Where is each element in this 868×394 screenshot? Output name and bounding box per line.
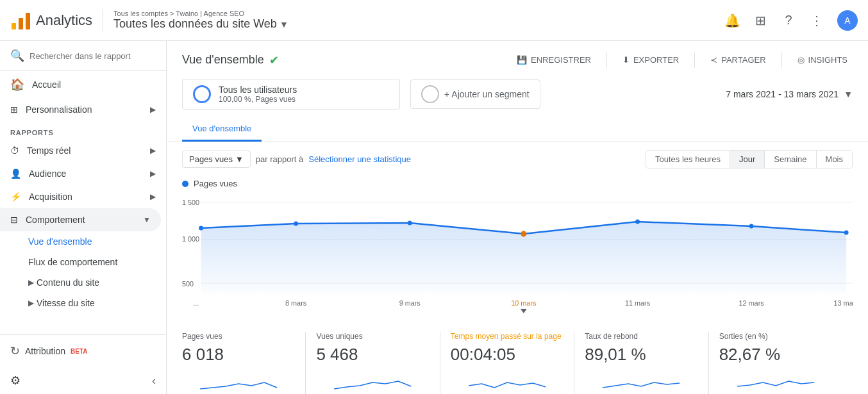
exporter-button[interactable]: ⬇ EXPORTER — [617, 51, 684, 69]
enregistrer-button[interactable]: 💾 ENREGISTRER — [512, 51, 596, 69]
tab-vue-ensemble[interactable]: Vue d'ensemble — [182, 117, 262, 142]
main-layout: 🔍 🏠 Accueil ⊞ Personnalisation ▶ RAPPORT… — [0, 41, 868, 394]
time-btn-jour[interactable]: Jour — [730, 151, 765, 168]
sidebar-item-vue-ensemble[interactable]: Vue d'ensemble — [0, 231, 166, 252]
sidebar-item-vitesse-site[interactable]: ▶ Vitesse du site — [0, 293, 166, 313]
metric-card-vues-uniques: Vues uniques 5 468 — [316, 332, 440, 394]
view-title-text: Vue d'ensemble — [182, 53, 264, 67]
site-title[interactable]: Toutes les données du site Web ▼ — [113, 17, 288, 31]
content-area: Vue d'ensemble ✔ 💾 ENREGISTRER ⬇ EXPORTE… — [167, 41, 868, 394]
add-segment-button[interactable]: + Ajouter un segment — [410, 79, 540, 109]
metric-dropdown-arrow: ▼ — [235, 154, 244, 164]
svg-rect-0 — [12, 23, 16, 29]
audience-icon: 👤 — [10, 168, 21, 179]
metric-sparkline-sorties — [719, 370, 832, 394]
time-btn-toutes-heures[interactable]: Toutes les heures — [646, 151, 730, 168]
actions-divider-2 — [694, 53, 695, 68]
add-segment-text: + Ajouter un segment — [444, 89, 530, 99]
notifications-icon[interactable]: 🔔 — [724, 13, 740, 28]
attribution-icon: ↻ — [10, 344, 20, 358]
chart-point-0 — [199, 226, 203, 231]
date-range-text: 7 mars 2021 - 13 mars 2021 — [726, 89, 839, 99]
sidebar-item-personnalisation[interactable]: ⊞ Personnalisation ▶ — [0, 98, 166, 121]
insights-icon: ◎ — [797, 55, 805, 65]
time-btn-mois[interactable]: Mois — [817, 151, 852, 168]
audience-chevron: ▶ — [150, 169, 156, 178]
segment-chip-all-users[interactable]: Tous les utilisateurs 100,00 %, Pages vu… — [182, 79, 400, 110]
time-buttons-group: Toutes les heures Jour Semaine Mois — [646, 150, 853, 168]
sidebar-item-temps-reel-label: Temps réel — [27, 145, 71, 156]
insights-button[interactable]: ◎ INSIGHTS — [792, 51, 853, 69]
chart-controls: Pages vues ▼ par rapport à Sélectionner … — [167, 142, 868, 174]
sidebar-item-acquisition-label: Acquisition — [29, 192, 72, 202]
metric-label: Pages vues — [189, 154, 233, 164]
chart-visualization: 1 500 1 000 500 — [182, 193, 853, 322]
settings-button[interactable]: ⚙ — [10, 373, 21, 388]
actions-divider-3 — [781, 53, 782, 68]
top-bar: Analytics Tous les comptes > Twaino | Ag… — [0, 0, 868, 41]
svg-text:9 mars: 9 mars — [399, 299, 421, 307]
sidebar-item-acquisition[interactable]: ⚡ Acquisition ▶ — [0, 185, 166, 208]
date-range-picker[interactable]: 7 mars 2021 - 13 mars 2021 ▼ — [726, 89, 853, 99]
header-actions: 💾 ENREGISTRER ⬇ EXPORTER ≺ PARTAGER ◎ IN… — [512, 51, 853, 69]
svg-rect-1 — [19, 18, 23, 29]
time-btn-semaine[interactable]: Semaine — [765, 151, 816, 168]
collapse-sidebar-button[interactable]: ‹ — [152, 374, 156, 388]
svg-text:13 mars: 13 mars — [834, 299, 853, 307]
svg-text:...: ... — [193, 299, 199, 307]
legend-label-pages-vues: Pages vues — [194, 179, 237, 188]
segment-name: Tous les utilisateurs — [219, 85, 297, 95]
segment-bar: Tous les utilisateurs 100,00 %, Pages vu… — [167, 74, 868, 117]
chart-point-5 — [749, 224, 754, 229]
avatar[interactable]: A — [837, 10, 858, 31]
metric-value-taux-rebond: 89,01 % — [585, 345, 697, 365]
metric-sparkline-temps-moyen — [451, 370, 563, 394]
sidebar-item-comportement[interactable]: ⊟ Comportement ▼ — [0, 208, 161, 231]
sidebar-item-attribution[interactable]: ↻ Attribution BETA — [0, 335, 166, 367]
metric-label-pages-vues: Pages vues — [182, 332, 295, 342]
sidebar-item-flux-comportement[interactable]: Flux de comportement — [0, 252, 166, 272]
chart-point-2 — [408, 221, 412, 226]
chart-date-arrow[interactable] — [521, 309, 527, 313]
partager-button[interactable]: ≺ PARTAGER — [705, 51, 771, 69]
svg-text:10 mars: 10 mars — [511, 299, 537, 307]
view-title: Vue d'ensemble ✔ — [182, 53, 279, 67]
svg-text:12 mars: 12 mars — [739, 299, 765, 307]
search-icon: 🔍 — [10, 49, 24, 63]
metric-value-temps-moyen: 00:04:05 — [451, 345, 563, 365]
search-input[interactable] — [29, 51, 156, 61]
help-icon[interactable]: ? — [781, 13, 796, 28]
settings-row: ⚙ ‹ — [0, 367, 166, 394]
personnalisation-icon: ⊞ — [10, 104, 18, 115]
metrics-row: Pages vues 6 018 Vues uniques 5 468 — [167, 322, 868, 394]
exporter-icon: ⬇ — [622, 55, 630, 65]
apps-icon[interactable]: ⊞ — [753, 13, 768, 28]
chart-svg: 1 500 1 000 500 — [182, 193, 853, 322]
sidebar-item-audience-label: Audience — [29, 168, 66, 179]
add-segment-circle-icon — [421, 85, 439, 103]
metric-value-sorties: 82,67 % — [719, 345, 832, 365]
enregistrer-icon: 💾 — [517, 55, 527, 65]
more-icon[interactable]: ⋮ — [809, 13, 824, 28]
metric-card-temps-moyen: Temps moyen passé sur la page 00:04:05 — [451, 332, 574, 394]
analytics-logo-icon — [10, 10, 31, 31]
sidebar-item-accueil[interactable]: 🏠 Accueil — [0, 71, 161, 98]
segment-info: Tous les utilisateurs 100,00 %, Pages vu… — [219, 85, 297, 104]
select-stat-link[interactable]: Sélectionner une statistique — [308, 154, 411, 164]
sidebar-item-audience[interactable]: 👤 Audience ▶ — [0, 162, 166, 185]
metric-value-vues-uniques: 5 468 — [316, 345, 429, 365]
svg-text:1 500: 1 500 — [182, 199, 199, 206]
content-header: Vue d'ensemble ✔ 💾 ENREGISTRER ⬇ EXPORTE… — [167, 41, 868, 74]
logo-text: Analytics — [36, 12, 92, 29]
logo[interactable]: Analytics — [10, 10, 92, 31]
metric-dropdown[interactable]: Pages vues ▼ — [182, 151, 251, 168]
sidebar-bottom: ↻ Attribution BETA ⚙ ‹ — [0, 334, 166, 394]
chart-point-4 — [635, 220, 640, 224]
sidebar: 🔍 🏠 Accueil ⊞ Personnalisation ▶ RAPPORT… — [0, 41, 167, 394]
site-title-arrow: ▼ — [280, 19, 288, 29]
sidebar-item-contenu-site[interactable]: ▶ Contenu du site — [0, 272, 166, 293]
partager-icon: ≺ — [710, 55, 717, 65]
top-bar-right: 🔔 ⊞ ? ⋮ A — [724, 10, 858, 31]
sidebar-item-temps-reel[interactable]: ⏱ Temps réel ▶ — [0, 139, 166, 162]
actions-divider-1 — [606, 53, 607, 68]
